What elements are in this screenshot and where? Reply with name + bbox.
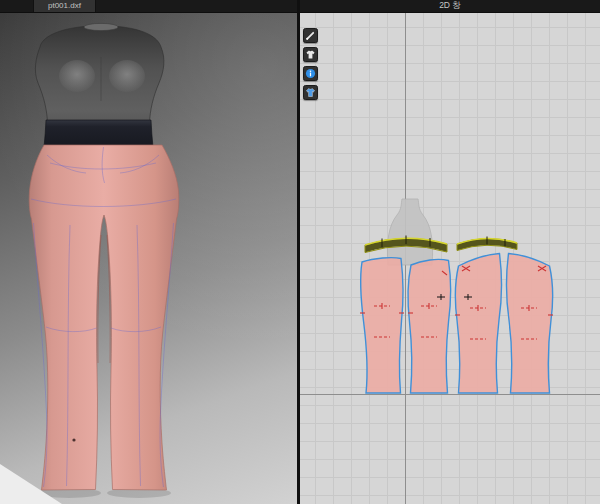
pattern-piece-front-right[interactable] (408, 259, 451, 393)
toolbar-2d (303, 28, 318, 100)
viewport-2d[interactable] (300, 13, 600, 504)
pattern-piece-waistband-right[interactable] (457, 237, 517, 251)
garment-pants-3d[interactable] (29, 145, 179, 490)
viewport-3d[interactable] (0, 13, 297, 504)
tab-2d-window[interactable]: 2D 창 (300, 0, 600, 12)
info-icon (305, 68, 316, 79)
pen-tool-button[interactable] (303, 28, 318, 43)
pattern-layout (300, 13, 600, 504)
neck-cut (84, 23, 118, 30)
pattern-piece-front-left[interactable] (360, 258, 404, 393)
pants-inseam-shading (98, 235, 110, 363)
panel-2d-pattern: 2D 창 (300, 0, 600, 504)
pattern-piece-back-left[interactable] (455, 254, 502, 394)
avatar-ghost-2d (387, 199, 432, 265)
shirt-icon (305, 49, 316, 60)
tab-pt001-dxf[interactable]: pt001.dxf (33, 0, 96, 12)
garment-waistband-3d[interactable] (44, 120, 153, 147)
pattern-piece-back-right[interactable] (507, 254, 554, 394)
texture-garment-tool-button[interactable] (303, 85, 318, 100)
info-tool-button[interactable] (303, 66, 318, 81)
textured-shirt-icon (305, 87, 316, 98)
panel-3d-garment: pt001.dxf (0, 0, 297, 504)
tabbar-2d: 2D 창 (300, 0, 600, 13)
pin-dot[interactable] (72, 438, 75, 441)
clo-application-window: pt001.dxf (0, 0, 600, 504)
tabbar-3d: pt001.dxf (0, 0, 297, 13)
scene-3d (0, 13, 297, 504)
garment-tool-button[interactable] (303, 47, 318, 62)
pen-icon (305, 30, 316, 41)
